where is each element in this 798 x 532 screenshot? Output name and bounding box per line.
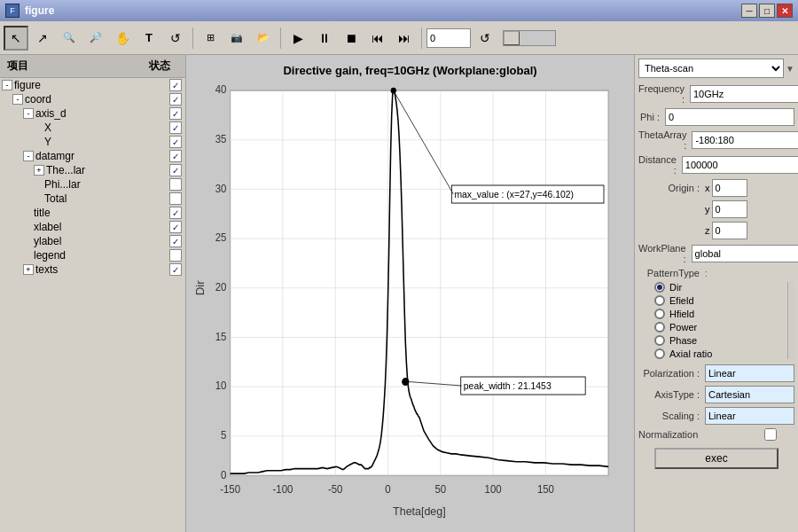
figure-checkbox[interactable] [169,79,182,91]
pattern-hfield-radio[interactable] [654,309,665,319]
toolbar: ↖ ↗ 🔍 🔎 ✋ T ↺ ⊞ 📷 📂 ▶ ⏸ ⏹ ⏮ ⏭ ↺ [0,21,798,55]
tree-item[interactable]: - figure [0,78,185,92]
pattern-axial-row[interactable]: Axial ratio [642,348,794,359]
svg-text:35: 35 [215,133,227,145]
svg-text:20: 20 [215,281,227,293]
pattern-power-row[interactable]: Power [642,322,794,332]
distance-label: Distance : [638,154,682,176]
origin-y-input[interactable] [712,200,747,218]
expand-datamgr[interactable]: - [23,151,34,161]
expand-axis-d[interactable]: - [23,108,34,119]
tree-item[interactable]: X [0,121,185,135]
refresh-button[interactable]: ↺ [473,26,497,51]
toolbar-separator-2 [280,27,281,49]
y-axis-checkbox[interactable] [169,136,182,148]
workplane-row: WorkPlane : [638,243,794,264]
skip-fwd-button[interactable]: ⏭ [392,26,417,51]
skip-back-button[interactable]: ⏮ [365,26,390,51]
pattern-phase-radio[interactable] [654,335,665,346]
tree-item[interactable]: ylabel [0,234,185,248]
zoom-in-button[interactable]: 🔍 [57,26,82,51]
pattern-power-radio[interactable] [654,322,665,332]
thelar-label: The...lar [46,164,169,176]
workplane-input[interactable] [692,245,798,262]
origin-y-row: y [638,200,794,218]
origin-z-input[interactable] [712,222,747,239]
frequency-input[interactable] [690,85,798,103]
polarization-value: Linear [705,364,794,382]
pan-button[interactable]: ✋ [110,26,135,51]
texts-checkbox[interactable] [169,263,182,276]
tree-item[interactable]: legend [0,248,185,262]
thelar-checkbox[interactable] [169,164,182,176]
exec-button[interactable]: exec [654,448,779,469]
pattern-dir-row[interactable]: Dir [642,282,794,293]
tree-item[interactable]: - coord [0,92,185,106]
stop-button[interactable]: ⏹ [339,26,364,51]
left-panel-header: 项目 状态 [0,55,185,78]
theta-array-input[interactable] [692,131,798,149]
arrow-tool-button[interactable]: ↗ [30,26,55,51]
pattern-efield-radio[interactable] [654,295,665,306]
expand-figure[interactable]: - [2,80,12,90]
origin-label: Origin : [638,183,705,193]
theta-array-label: ThetaArray : [638,129,692,151]
coord-label: coord [25,93,169,106]
normalization-label: Normalization [638,429,764,440]
rotate-button[interactable]: ↺ [163,26,188,51]
datamgr-checkbox[interactable] [169,150,182,162]
minimize-button[interactable]: ─ [741,4,757,18]
tree-item[interactable]: + The...lar [0,163,185,177]
tree-item[interactable]: Phi...lar [0,177,185,192]
close-button[interactable]: ✕ [777,4,793,18]
svg-text:Dir: Dir [194,280,207,296]
phi-input[interactable] [665,108,794,126]
pattern-axial-radio[interactable] [654,348,665,359]
toolbar-separator-3 [421,27,422,49]
pattern-phase-row[interactable]: Phase [642,335,794,346]
grid-button[interactable]: ⊞ [198,26,223,51]
maximize-button[interactable]: □ [759,4,775,18]
play-button[interactable]: ▶ [286,26,310,51]
open-button[interactable]: 📂 [251,26,276,51]
svg-text:-50: -50 [328,483,343,496]
ylabel-checkbox[interactable] [169,235,182,247]
origin-x-input[interactable] [712,179,747,197]
tree-item[interactable]: + texts [0,262,185,277]
normalization-checkbox[interactable] [764,428,777,441]
svg-text:50: 50 [434,483,446,496]
polarization-label: Polarization : [638,368,705,379]
tree-item[interactable]: Y [0,135,185,149]
philar-checkbox[interactable] [169,178,182,191]
total-checkbox[interactable] [169,192,182,205]
expand-thelar[interactable]: + [34,165,44,176]
pattern-hfield-row[interactable]: Hfield [642,309,794,319]
distance-input[interactable] [682,156,798,174]
tree-item[interactable]: Total [0,192,185,206]
text-button[interactable]: T [137,26,161,51]
x-axis-checkbox[interactable] [169,121,182,134]
legend-checkbox[interactable] [169,249,182,262]
title-checkbox[interactable] [169,207,182,219]
pattern-dir-radio[interactable] [654,282,665,293]
expand-coord[interactable]: - [12,94,23,105]
zoom-out-button[interactable]: 🔎 [83,26,108,51]
expand-texts[interactable]: + [23,264,34,275]
tree-item[interactable]: - datamgr [0,149,185,163]
camera-button[interactable]: 📷 [224,26,249,51]
xlabel-checkbox[interactable] [169,221,182,233]
svg-text:Theta[deg]: Theta[deg] [393,504,446,517]
tree-item[interactable]: - axis_d [0,106,185,121]
chart-svg: 0 5 10 15 20 25 30 35 40 -150 -100 -50 0 [193,81,627,525]
svg-text:peak_width : 21.1453: peak_width : 21.1453 [464,380,552,391]
select-tool-button[interactable]: ↖ [4,26,28,51]
scan-type-dropdown[interactable]: Theta-scan Phi-scan [638,59,784,78]
tree-item[interactable]: title [0,206,185,220]
tree-item[interactable]: xlabel [0,220,185,234]
pause-button[interactable]: ⏸ [312,26,337,51]
chart-container[interactable]: 0 5 10 15 20 25 30 35 40 -150 -100 -50 0 [193,81,627,525]
frame-input[interactable] [426,28,471,48]
coord-checkbox[interactable] [169,93,182,106]
pattern-efield-row[interactable]: Efield [642,295,794,306]
axis-d-checkbox[interactable] [169,107,182,120]
